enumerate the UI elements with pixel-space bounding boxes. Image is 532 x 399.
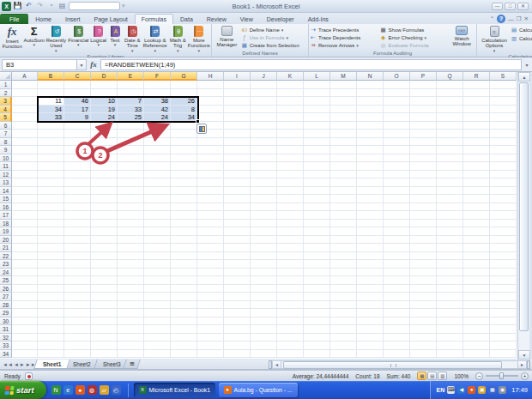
cell-A17[interactable]: [12, 211, 38, 220]
cell-S2[interactable]: [490, 89, 517, 98]
cell-G13[interactable]: [171, 178, 197, 187]
cell-E28[interactable]: [118, 301, 144, 310]
cell-I6[interactable]: [224, 122, 251, 130]
column-header-O[interactable]: O: [384, 72, 410, 81]
task-button-browser[interactable]: ●Aula.bg - Question - ...: [219, 383, 298, 397]
workbook-close-icon[interactable]: ✕: [524, 15, 529, 22]
column-header-A[interactable]: A: [12, 72, 38, 81]
cell-O2[interactable]: [384, 89, 410, 98]
cell-J1[interactable]: [251, 81, 277, 89]
cell-E7[interactable]: [118, 130, 144, 138]
cell-P34[interactable]: [410, 350, 437, 359]
row-header-4[interactable]: 4: [0, 106, 12, 114]
cell-Q19[interactable]: [437, 227, 463, 236]
cell-S27[interactable]: [490, 293, 517, 301]
cell-D31[interactable]: [91, 325, 118, 334]
cell-I29[interactable]: [224, 309, 251, 317]
tab-add-ins[interactable]: Add-Ins: [301, 14, 336, 24]
cell-S20[interactable]: [490, 236, 517, 245]
cell-E33[interactable]: [118, 342, 144, 350]
cell-L21[interactable]: [304, 244, 330, 252]
cell-A12[interactable]: [12, 171, 38, 179]
cell-N19[interactable]: [357, 227, 384, 236]
cell-O16[interactable]: [384, 203, 410, 212]
cell-A3[interactable]: [12, 97, 38, 106]
cell-P17[interactable]: [410, 211, 437, 220]
sheet-tab-sheet1[interactable]: Sheet1: [33, 360, 70, 369]
page-layout-view-button[interactable]: ▤: [427, 372, 437, 380]
row-header-6[interactable]: 6: [0, 122, 12, 130]
cell-P26[interactable]: [410, 285, 437, 293]
cell-P6[interactable]: [410, 122, 437, 130]
cell-F24[interactable]: [144, 269, 171, 277]
cell-A21[interactable]: [12, 244, 38, 252]
cell-D1[interactable]: [91, 81, 118, 89]
cell-M24[interactable]: [330, 269, 357, 277]
cell-M3[interactable]: [330, 97, 357, 106]
cell-Q34[interactable]: [437, 350, 463, 359]
cell-E10[interactable]: [118, 154, 144, 163]
cell-Q33[interactable]: [437, 342, 463, 350]
cell-J15[interactable]: [251, 195, 277, 203]
cell-N18[interactable]: [357, 220, 384, 228]
cell-M5[interactable]: [330, 113, 357, 122]
cell-G31[interactable]: [171, 325, 197, 334]
cell-C2[interactable]: [64, 89, 91, 98]
undo-icon[interactable]: ↶: [24, 2, 33, 11]
cell-B7[interactable]: [38, 130, 64, 138]
cell-E22[interactable]: [118, 252, 144, 261]
cell-C17[interactable]: [64, 211, 91, 220]
maximize-button[interactable]: □: [505, 3, 516, 10]
cell-J7[interactable]: [251, 130, 277, 138]
cell-P10[interactable]: [410, 154, 437, 163]
cell-R28[interactable]: [463, 301, 490, 310]
cell-I14[interactable]: [224, 187, 251, 196]
cell-S10[interactable]: [490, 154, 517, 163]
cell-S14[interactable]: [490, 187, 517, 196]
cell-P25[interactable]: [410, 276, 437, 285]
cell-B8[interactable]: [38, 138, 64, 147]
insert-function-button[interactable]: fx Insert Function: [1, 25, 23, 53]
workbook-restore-icon[interactable]: ❐: [517, 15, 522, 22]
cell-A19[interactable]: [12, 227, 38, 236]
cell-D25[interactable]: [91, 276, 118, 285]
cell-B29[interactable]: [38, 309, 64, 317]
cell-E15[interactable]: [118, 195, 144, 203]
cell-K7[interactable]: [277, 130, 304, 138]
cell-O28[interactable]: [384, 301, 410, 310]
cell-G15[interactable]: [171, 195, 197, 203]
cell-C10[interactable]: [64, 154, 91, 163]
cell-C3[interactable]: 46: [64, 97, 91, 106]
cell-G34[interactable]: [171, 350, 197, 359]
row-header-20[interactable]: 20: [0, 236, 12, 245]
cell-H2[interactable]: [197, 89, 224, 98]
cell-I28[interactable]: [224, 301, 251, 310]
cell-S29[interactable]: [490, 309, 517, 317]
qat-search-box[interactable]: [69, 2, 120, 10]
cell-L3[interactable]: [304, 97, 330, 106]
updates-icon[interactable]: ▣: [478, 386, 486, 394]
cell-S4[interactable]: [490, 106, 517, 114]
cell-G1[interactable]: [171, 81, 197, 89]
cell-L14[interactable]: [304, 187, 330, 196]
cell-E16[interactable]: [118, 203, 144, 212]
cell-F12[interactable]: [144, 171, 171, 179]
cell-I5[interactable]: [224, 113, 251, 122]
cell-K27[interactable]: [277, 293, 304, 301]
cell-I12[interactable]: [224, 171, 251, 179]
cell-B33[interactable]: [38, 342, 64, 350]
cell-R1[interactable]: [463, 81, 490, 89]
cell-K3[interactable]: [277, 97, 304, 106]
column-header-N[interactable]: N: [357, 72, 384, 81]
cell-I34[interactable]: [224, 350, 251, 359]
cell-Q32[interactable]: [437, 334, 463, 342]
cell-G17[interactable]: [171, 211, 197, 220]
show-desktop-icon[interactable]: N: [51, 385, 61, 395]
cell-D28[interactable]: [91, 301, 118, 310]
cell-E8[interactable]: [118, 138, 144, 147]
cell-B10[interactable]: [38, 154, 64, 163]
cell-A23[interactable]: [12, 260, 38, 269]
cell-S5[interactable]: [490, 113, 517, 122]
cell-P12[interactable]: [410, 171, 437, 179]
cell-G12[interactable]: [171, 171, 197, 179]
